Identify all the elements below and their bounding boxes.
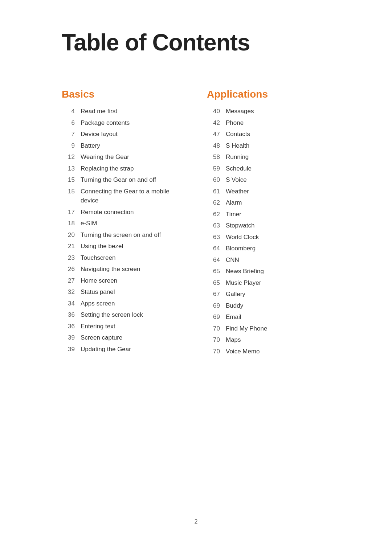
toc-page-number: 26 <box>62 264 75 274</box>
toc-item: 70 Maps <box>207 335 330 345</box>
toc-item-label: Package contents <box>81 118 185 128</box>
toc-item-label: Gallery <box>226 290 330 299</box>
toc-item: 40 Messages <box>207 107 330 116</box>
toc-item: 4 Read me first <box>62 107 185 116</box>
toc-page-number: 59 <box>207 164 220 173</box>
toc-item-label: Home screen <box>81 276 185 286</box>
toc-item-label: Read me first <box>81 107 185 116</box>
toc-page-number: 36 <box>62 310 75 320</box>
toc-container: Basics 4 Read me first 6 Package content… <box>62 89 330 497</box>
toc-item: 39 Screen capture <box>62 333 185 342</box>
toc-page-number: 62 <box>207 198 220 208</box>
toc-item-label: Buddy <box>226 301 330 311</box>
basics-list: 4 Read me first 6 Package contents 7 Dev… <box>62 107 185 354</box>
toc-page-number: 64 <box>207 255 220 265</box>
applications-list: 40 Messages 42 Phone 47 Contacts 48 S He… <box>207 107 330 356</box>
toc-item: 58 Running <box>207 152 330 162</box>
toc-item: 65 News Briefing <box>207 267 330 276</box>
toc-page-number: 32 <box>62 287 75 297</box>
applications-column: Applications 40 Messages 42 Phone 47 Con… <box>207 89 330 497</box>
toc-item: 21 Using the bezel <box>62 242 185 251</box>
toc-item: 9 Battery <box>62 141 185 151</box>
toc-page-number: 12 <box>62 152 75 162</box>
toc-item: 20 Turning the screen on and off <box>62 230 185 240</box>
toc-item-label: Email <box>226 312 330 322</box>
toc-item: 39 Updating the Gear <box>62 345 185 354</box>
toc-page-number: 17 <box>62 208 75 217</box>
basics-column: Basics 4 Read me first 6 Package content… <box>62 89 185 497</box>
toc-item: 13 Replacing the strap <box>62 164 185 173</box>
toc-page-number: 21 <box>62 242 75 251</box>
toc-page-number: 48 <box>207 141 220 151</box>
toc-page-number: 15 <box>62 187 75 196</box>
toc-page-number: 40 <box>207 107 220 116</box>
toc-item-label: News Briefing <box>226 267 330 276</box>
toc-page-number: 15 <box>62 175 75 185</box>
toc-item: 61 Weather <box>207 187 330 196</box>
toc-item-label: Screen capture <box>81 333 185 342</box>
toc-item: 36 Entering text <box>62 322 185 331</box>
toc-item: 69 Email <box>207 312 330 322</box>
toc-item-label: Stopwatch <box>226 221 330 230</box>
toc-item: 12 Wearing the Gear <box>62 152 185 162</box>
toc-item: 17 Remote connection <box>62 208 185 217</box>
toc-item-label: S Voice <box>226 175 330 185</box>
toc-item: 23 Touchscreen <box>62 253 185 263</box>
toc-page-number: 13 <box>62 164 75 173</box>
toc-item: 48 S Health <box>207 141 330 151</box>
toc-item-label: Replacing the strap <box>81 164 185 173</box>
toc-page-number: 4 <box>62 107 75 116</box>
toc-page-number: 60 <box>207 175 220 185</box>
toc-page-number: 67 <box>207 290 220 299</box>
toc-page-number: 6 <box>62 118 75 128</box>
toc-page-number: 7 <box>62 130 75 139</box>
toc-item-label: Wearing the Gear <box>81 152 185 162</box>
toc-item-label: Alarm <box>226 198 330 208</box>
toc-item-label: Bloomberg <box>226 244 330 253</box>
toc-page-number: 65 <box>207 278 220 288</box>
toc-item: 64 CNN <box>207 255 330 265</box>
toc-item-label: Turning the Gear on and off <box>81 175 185 185</box>
toc-item-label: Maps <box>226 335 330 345</box>
toc-page-number: 63 <box>207 221 220 230</box>
toc-item: 69 Buddy <box>207 301 330 311</box>
toc-page-number: 64 <box>207 244 220 253</box>
toc-page-number: 65 <box>207 267 220 276</box>
toc-item-label: Turning the screen on and off <box>81 230 185 240</box>
toc-item: 7 Device layout <box>62 130 185 139</box>
toc-item-label: Messages <box>226 107 330 116</box>
toc-page-number: 36 <box>62 322 75 331</box>
toc-item: 70 Voice Memo <box>207 347 330 356</box>
toc-item: 34 Apps screen <box>62 299 185 308</box>
toc-item: 63 Stopwatch <box>207 221 330 230</box>
toc-item: 15 Turning the Gear on and off <box>62 175 185 185</box>
toc-item: 67 Gallery <box>207 290 330 299</box>
toc-item: 62 Timer <box>207 210 330 219</box>
toc-page-number: 39 <box>62 333 75 342</box>
toc-page-number: 69 <box>207 312 220 322</box>
toc-item-label: Apps screen <box>81 299 185 308</box>
toc-item-label: Touchscreen <box>81 253 185 263</box>
toc-page-number: 34 <box>62 299 75 308</box>
toc-page-number: 23 <box>62 253 75 263</box>
toc-item: 26 Navigating the screen <box>62 264 185 274</box>
toc-page-number: 62 <box>207 210 220 219</box>
toc-item: 27 Home screen <box>62 276 185 286</box>
toc-item-label: Phone <box>226 118 330 128</box>
toc-page-number: 47 <box>207 130 220 139</box>
toc-page-number: 20 <box>62 230 75 240</box>
toc-page-number: 70 <box>207 347 220 356</box>
toc-page-number: 63 <box>207 233 220 242</box>
toc-item: 65 Music Player <box>207 278 330 288</box>
toc-item-label: Status panel <box>81 287 185 297</box>
toc-item: 15 Connecting the Gear to a mobile devic… <box>62 187 185 205</box>
toc-item: 47 Contacts <box>207 130 330 139</box>
toc-item-label: Entering text <box>81 322 185 331</box>
toc-item: 42 Phone <box>207 118 330 128</box>
toc-page-number: 39 <box>62 345 75 354</box>
toc-item: 70 Find My Phone <box>207 324 330 333</box>
toc-item-label: Setting the screen lock <box>81 310 185 320</box>
toc-item-label: Find My Phone <box>226 324 330 333</box>
toc-page-number: 61 <box>207 187 220 196</box>
toc-item: 64 Bloomberg <box>207 244 330 253</box>
